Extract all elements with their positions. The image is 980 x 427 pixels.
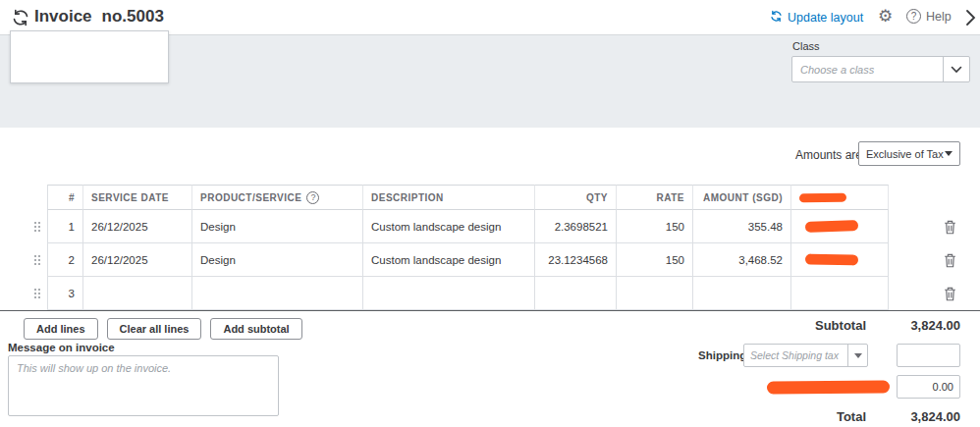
subtotal-row: Subtotal 3,824.00	[815, 318, 960, 333]
gear-icon[interactable]: ⚙	[878, 6, 893, 27]
service-date-cell[interactable]	[83, 277, 192, 310]
description-cell[interactable]: Custom landscape design	[363, 210, 535, 243]
shipping-tax-amount-input[interactable]	[897, 375, 960, 399]
address-card	[10, 30, 169, 83]
delete-row-icon[interactable]	[933, 210, 967, 243]
help-button[interactable]: ? Help	[906, 9, 952, 24]
message-on-invoice-label: Message on invoice	[8, 342, 115, 353]
product-service-cell[interactable]	[192, 277, 363, 310]
product-service-cell[interactable]: Design	[192, 210, 363, 243]
amount-cell: 3,468.52	[693, 243, 791, 277]
question-circle-icon: ?	[906, 9, 921, 24]
qty-cell[interactable]: 2.3698521	[535, 210, 617, 243]
delete-row-icon[interactable]	[933, 243, 967, 277]
col-header-rate: RATE	[617, 185, 693, 210]
caret-down-icon[interactable]	[847, 345, 867, 366]
drag-handle-icon[interactable]	[24, 277, 47, 310]
redacted-tax-header	[799, 192, 846, 202]
tax-cell[interactable]	[791, 210, 889, 243]
invoice-refresh-icon	[11, 8, 30, 31]
class-label: Class	[792, 40, 820, 52]
col-header-service-date: SERVICE DATE	[83, 185, 192, 210]
total-value: 3,824.00	[866, 409, 960, 424]
line-actions: Add lines Clear all lines Add subtotal	[24, 318, 302, 340]
col-header-num: #	[47, 185, 83, 210]
clear-all-lines-button[interactable]: Clear all lines	[107, 318, 202, 340]
description-cell[interactable]: Custom landscape design	[363, 243, 535, 277]
page-title: Invoiceno.5003	[34, 7, 164, 27]
col-header-qty: QTY	[535, 185, 617, 210]
caret-down-icon	[945, 151, 953, 156]
service-date-cell[interactable]: 26/12/2025	[83, 243, 192, 277]
redacted-tax-value	[805, 220, 858, 233]
shipping-tax-select[interactable]: Select Shipping tax	[743, 344, 868, 367]
qty-cell[interactable]: 23.1234568	[535, 243, 617, 277]
tax-cell[interactable]	[791, 243, 889, 277]
row-number: 3	[47, 277, 83, 310]
subtotal-label: Subtotal	[815, 318, 866, 333]
subtotal-value: 3,824.00	[866, 318, 960, 333]
amount-cell	[693, 277, 791, 310]
amounts-are-select[interactable]: Exclusive of Tax	[858, 141, 960, 166]
description-cell[interactable]	[363, 277, 535, 310]
service-date-cell[interactable]: 26/12/2025	[83, 210, 192, 243]
chevron-down-icon[interactable]	[943, 57, 969, 81]
col-header-description: DESCRIPTION	[363, 185, 535, 210]
help-tooltip-icon[interactable]: ?	[306, 191, 319, 204]
product-service-cell[interactable]: Design	[192, 243, 363, 277]
delete-row-icon[interactable]	[933, 277, 967, 310]
update-layout-button[interactable]: Update layout	[770, 10, 863, 26]
table-header-row: # SERVICE DATE PRODUCT/SERVICE ? DESCRIP…	[24, 185, 967, 210]
amount-cell: 355.48	[693, 210, 791, 243]
table-bottom-divider	[0, 310, 980, 311]
shipping-label: Shipping	[698, 349, 746, 361]
col-header-amount: AMOUNT (SGD)	[693, 185, 791, 210]
col-header-product-service: PRODUCT/SERVICE ?	[192, 185, 363, 210]
qty-cell[interactable]	[535, 277, 617, 310]
table-row: 1 26/12/2025 Design Custom landscape des…	[24, 210, 967, 243]
row-number: 1	[47, 210, 83, 243]
redacted-tax-value	[805, 254, 858, 266]
class-select[interactable]: Choose a class	[791, 56, 970, 82]
col-header-tax	[791, 185, 889, 210]
amounts-are-label: Amounts are	[795, 148, 862, 162]
total-row: Total 3,824.00	[837, 409, 960, 424]
shipping-amount-input[interactable]	[897, 344, 960, 367]
drag-handle-icon[interactable]	[24, 243, 47, 277]
rate-cell[interactable]: 150	[617, 210, 693, 243]
row-number: 2	[47, 243, 83, 277]
add-subtotal-button[interactable]: Add subtotal	[210, 318, 301, 340]
rate-cell[interactable]	[617, 277, 693, 310]
redacted-shipping-tax-label	[767, 380, 890, 394]
total-label: Total	[837, 409, 866, 424]
rate-cell[interactable]: 150	[617, 243, 693, 277]
tax-cell[interactable]	[791, 277, 889, 310]
class-select-placeholder: Choose a class	[792, 57, 943, 81]
table-row: 3	[24, 277, 967, 310]
chevron-right-icon[interactable]	[964, 8, 976, 31]
shipping-tax-placeholder: Select Shipping tax	[744, 345, 847, 366]
add-lines-button[interactable]: Add lines	[24, 318, 98, 340]
invoice-editor: Invoiceno.5003 Update layout ⚙ ? Help	[0, 0, 980, 427]
drag-handle-icon[interactable]	[24, 210, 47, 243]
message-on-invoice-input[interactable]	[8, 355, 279, 416]
invoice-number: no.5003	[102, 7, 164, 26]
refresh-icon	[770, 10, 783, 26]
table-row: 2 26/12/2025 Design Custom landscape des…	[24, 243, 967, 277]
